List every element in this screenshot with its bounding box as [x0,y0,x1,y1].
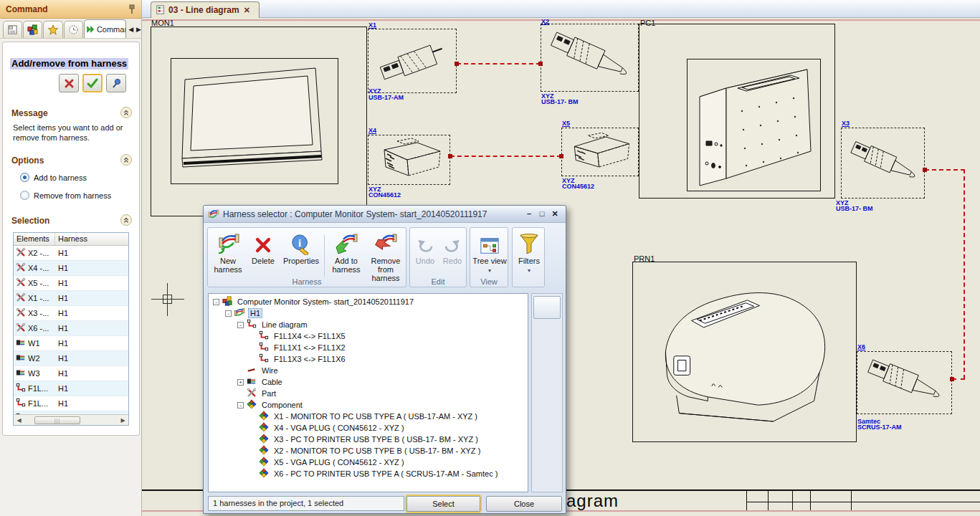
tab-line-diagram[interactable]: 03 - Line diagram ✕ [151,1,260,18]
minimize-button[interactable]: – [523,209,536,220]
panel-tab-symbols[interactable] [23,21,42,38]
scroll-right-icon[interactable]: ▶ [118,417,128,424]
component-icon [259,457,270,468]
tab-nav-left-icon[interactable]: ◀ [128,26,133,33]
close-button[interactable]: Close [486,496,562,512]
selection-row[interactable]: W1H1 [14,336,128,351]
undo-button[interactable]: Undo [411,231,439,265]
connection-x3-x6-h1[interactable] [925,169,965,171]
add-to-harness-button[interactable]: Add to harness [327,231,366,274]
panel-tab-command[interactable]: Command [84,19,126,38]
tree-item[interactable]: Part [209,388,528,399]
connection-x3-x6-v[interactable] [964,169,965,379]
tab-nav-right-icon[interactable]: ▶ [136,26,141,33]
tree-item[interactable]: F1L1X4 <-> F1L1X5 [209,330,528,342]
linediagram-icon [16,398,28,409]
selection-row[interactable]: F1L...H1 [14,381,128,396]
panel-tab-macros[interactable] [64,21,83,38]
collapse-chevron-icon[interactable] [120,107,132,118]
selection-row[interactable]: X3 -...H1 [14,306,128,321]
tree-expander-icon[interactable]: + [237,379,244,386]
tree-item-label: H1 [248,308,262,318]
part-icon [16,277,28,289]
dropdown-caret-icon: ▾ [488,267,491,274]
tree-item[interactable]: -H1 [209,307,528,319]
select-button[interactable]: Select [406,496,480,512]
selection-hscrollbar[interactable]: ◀ ||| ▶ [14,414,128,425]
tree-item[interactable]: X2 - MONITOR TO PC USB TYPE B ( USB-17- … [209,445,528,457]
dialog-titlebar[interactable]: Harness selector : Computer Monitor Syst… [204,206,566,223]
tree-item[interactable]: X5 - VGA PLUG ( CON45612 - XYZ ) [209,457,528,468]
selection-row[interactable]: X5 -...H1 [14,276,128,291]
tree-item[interactable]: X1 - MONITOR TO PC USB TYPE A ( USB-17-A… [209,411,528,422]
column-harness[interactable]: Harness [55,233,128,245]
selection-row[interactable]: F1L...H1 [14,396,128,411]
tree-expander-icon[interactable]: - [213,299,219,305]
selection-row[interactable]: X1 -...H1 [14,291,128,306]
column-elements[interactable]: Elements [14,233,55,245]
connection-x4-x5[interactable] [450,156,561,157]
tree-vscrollbar[interactable] [531,293,563,492]
selection-section-header[interactable]: Selection [11,216,49,226]
tree-item[interactable]: Wire [209,365,528,376]
cancel-button[interactable] [59,74,79,92]
delete-button[interactable]: Delete [247,231,280,265]
selection-row[interactable]: W2H1 [14,351,128,366]
selection-table-header[interactable]: Elements Harness [14,233,128,246]
tree-expander-icon[interactable]: - [237,402,244,408]
pin-button[interactable] [106,74,126,92]
connector-label-x3[interactable]: X3 [842,120,850,127]
pin-icon[interactable] [127,4,137,15]
redo-button[interactable]: Redo [439,231,466,265]
message-section-header[interactable]: Message [11,108,48,118]
selection-row[interactable]: X2 -...H1 [14,246,128,261]
new-harness-button[interactable]: New harness [209,231,247,274]
radio-remove-from-harness[interactable]: Remove from harness [20,191,111,200]
filters-button[interactable]: Filters▾ [514,231,544,275]
ok-button[interactable] [82,74,103,92]
tree-item[interactable]: -Component [209,399,528,411]
tree-view-icon [480,236,500,255]
add-to-harness-icon [335,232,358,255]
tree-item[interactable]: X4 - VGA PLUG ( CON45612 - XYZ ) [209,422,528,434]
tree-expander-icon[interactable]: - [237,322,244,328]
remove-from-harness-button[interactable]: Remove from harness [366,231,406,282]
tree-view-button[interactable]: Tree view ▾ [472,231,507,275]
tree-item[interactable]: X6 - PC TO PRINTER USB TYPE A ( SCRUS-17… [209,468,528,479]
tree-item[interactable]: F1L1X1 <-> F1L1X2 [209,342,528,353]
connector-label-x6[interactable]: X6 [857,344,865,350]
options-section-header[interactable]: Options [11,156,44,166]
harness-tree[interactable]: -Computer Monitor System- start_20140520… [208,293,528,492]
collapse-chevron-icon[interactable] [120,154,132,166]
properties-button[interactable]: i Properties [280,231,323,265]
tree-expander-icon[interactable]: - [225,310,232,317]
tab-close-icon[interactable]: ✕ [244,6,250,15]
tree-item[interactable]: -Computer Monitor System- start_20140520… [209,296,528,307]
scroll-thumb[interactable]: ||| [34,416,80,424]
selection-element: X6 -... [28,324,57,333]
selection-harness: H1 [58,384,68,393]
collapse-chevron-icon[interactable] [120,214,132,226]
selection-row[interactable]: W3H1 [14,366,128,381]
connector-label-x5[interactable]: X5 [562,120,570,127]
connector-label-x4[interactable]: X4 [368,128,376,134]
panel-tab-favorites[interactable] [43,21,62,38]
tree-item[interactable]: +Cable [209,376,528,388]
tree-item[interactable]: X3 - PC TO PRINTER USB TYPE B ( USB-17- … [209,434,528,445]
scroll-left-icon[interactable]: ◀ [14,417,24,424]
tree-item[interactable]: -Line diagram [209,319,528,330]
close-window-button[interactable]: ✕ [548,209,561,220]
tree-item[interactable]: F1L1X3 <-> F1L1X6 [209,353,528,365]
selection-row[interactable]: X4 -...H1 [14,261,128,276]
connector-label-x1[interactable]: X1 [368,22,376,29]
selection-row[interactable]: X6 -...H1 [14,321,128,336]
connection-x1-x2[interactable] [457,63,541,64]
cable-icon [16,353,28,364]
tree-vscroll-thumb[interactable] [533,296,561,319]
maximize-button[interactable]: □ [536,209,548,220]
document-tabbar: 03 - Line diagram ✕ [142,0,980,18]
group-label-view: View [470,277,508,286]
panel-tab-properties[interactable] [3,21,22,38]
radio-add-to-harness[interactable]: Add to harness [20,173,87,182]
part-icon [16,292,28,304]
